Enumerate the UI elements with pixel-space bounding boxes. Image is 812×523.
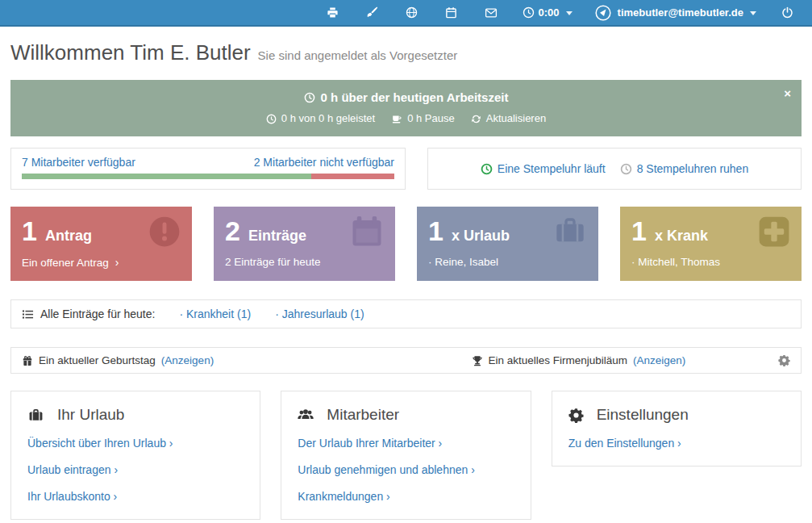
print-button[interactable] — [313, 6, 352, 19]
eintraege-count: 2 — [225, 216, 240, 245]
antrag-count: 1 — [22, 216, 37, 245]
theme-button[interactable] — [352, 6, 392, 19]
stempeluhr-idle-link[interactable]: 8 Stempeluhren ruhen — [620, 162, 749, 175]
time-tracking-menu[interactable]: 0:00 — [511, 6, 584, 19]
jubilee-label: Ein aktuelles Firmenjubiläum — [489, 354, 628, 366]
antrag-title: Antrag — [45, 228, 92, 245]
entries-link-krankheit[interactable]: · Krankheit (1) — [179, 308, 251, 320]
gift-icon — [22, 355, 33, 366]
refresh-link[interactable]: Aktualisieren — [471, 112, 546, 125]
briefcase-icon — [27, 408, 44, 423]
link-urlaub-eintragen[interactable]: Urlaub eintragen › — [27, 463, 244, 477]
entries-link-jahresurlaub[interactable]: · Jahresurlaub (1) — [275, 308, 364, 320]
worktime-banner-title-text: 0 h über der heutigen Arbeitszeit — [321, 90, 509, 105]
card-einstellungen: Einstellungen Zu den Einstellungen › — [552, 391, 802, 467]
birthday-show-link[interactable]: (Anzeigen) — [161, 354, 214, 366]
close-icon[interactable]: × — [784, 87, 791, 99]
refresh-icon — [471, 114, 481, 124]
account-menu[interactable]: timebutler@timebutler.de — [584, 5, 768, 21]
clock-icon — [523, 6, 535, 19]
printer-icon — [327, 6, 339, 19]
einstellungen-title: Einstellungen — [597, 405, 689, 425]
link-urlaub-mitarbeiter[interactable]: Der Urlaub Ihrer Mitarbeiter › — [298, 437, 514, 450]
briefcase-icon — [552, 215, 588, 247]
link-urlaubskonto[interactable]: Ihr Urlaubskonto › — [27, 490, 244, 504]
chevron-right-icon: › — [115, 256, 119, 269]
eintraege-title: Einträge — [248, 228, 306, 245]
worked-hours: 0 h von 0 h geleistet — [266, 112, 375, 125]
card-mitarbeiter: Mitarbeiter Der Urlaub Ihrer Mitarbeiter… — [281, 391, 531, 520]
availability-bar — [22, 174, 394, 179]
urlaub-person: · Reine, Isabel — [428, 256, 587, 269]
pause-cup-icon — [391, 113, 402, 124]
entries-label: Alle Einträge für heute: — [22, 308, 155, 320]
unavailable-link[interactable]: 2 Mitarbeiter nicht verfügbar — [254, 156, 394, 169]
tracked-time-value: 0:00 — [539, 6, 560, 19]
gear-icon — [568, 408, 584, 423]
urlaub-count: 1 — [428, 216, 443, 245]
ihr-urlaub-title: Ihr Urlaub — [57, 405, 124, 425]
card-antrag[interactable]: 1 Antrag Ein offener Antrag› — [10, 207, 192, 281]
link-krankmeldungen[interactable]: Krankmeldungen › — [298, 490, 514, 504]
krank-count: 1 — [631, 216, 647, 245]
messages-button[interactable] — [471, 6, 511, 19]
list-icon — [22, 308, 34, 320]
events-settings-button[interactable] — [778, 354, 790, 366]
card-ihr-urlaub: Ihr Urlaub Übersicht über Ihren Urlaub ›… — [10, 391, 260, 520]
clock-icon — [266, 114, 277, 124]
availability-bar-green — [22, 174, 311, 179]
birthday-label: Ein aktueller Geburtstag — [39, 354, 156, 366]
link-urlaub-genehmigen[interactable]: Urlaub genehmigen und ablehnen › — [298, 463, 514, 477]
antrag-link[interactable]: Ein offener Antrag› — [22, 256, 181, 270]
krank-person: · Mitchell, Thomas — [631, 256, 790, 269]
role-subtitle: Sie sind angemeldet als Vorgesetzter — [258, 48, 458, 62]
birthday-group: Ein aktueller Geburtstag (Anzeigen) — [22, 354, 472, 366]
chevron-down-icon — [566, 11, 573, 15]
worktime-banner: 0 h über der heutigen Arbeitszeit 0 h vo… — [10, 80, 802, 136]
availability-bar-red — [311, 174, 394, 179]
language-button[interactable] — [392, 6, 431, 19]
calendar-button[interactable] — [431, 6, 471, 19]
top-navbar: 0:00 timebutler@timebutler.de — [0, 0, 812, 27]
events-strip: Ein aktueller Geburtstag (Anzeigen) Ein … — [10, 347, 802, 374]
clock-idle-icon — [620, 163, 632, 175]
exclamation-circle-icon — [148, 215, 181, 249]
power-icon — [781, 6, 793, 19]
calendar-icon — [349, 215, 385, 249]
mitarbeiter-title: Mitarbeiter — [327, 405, 399, 425]
availability-panel: 7 Mitarbeiter verfügbar 2 Mitarbeiter ni… — [10, 148, 406, 190]
clock-icon — [304, 92, 315, 103]
medical-plus-icon — [757, 215, 791, 249]
page-title: Willkommen Tim E. ButlerSie sind angemel… — [10, 39, 802, 69]
available-link[interactable]: 7 Mitarbeiter verfügbar — [22, 156, 135, 169]
jubilee-show-link[interactable]: (Anzeigen) — [633, 354, 685, 366]
eintraege-subtitle: 2 Einträge für heute — [225, 256, 384, 269]
chevron-down-icon — [750, 11, 756, 15]
link-zu-einstellungen[interactable]: Zu den Einstellungen › — [568, 437, 785, 450]
pause-hours: 0 h Pause — [391, 112, 455, 125]
urlaub-title: x Urlaub — [452, 228, 510, 245]
worktime-banner-title: 0 h über der heutigen Arbeitszeit — [43, 90, 769, 105]
logout-button[interactable] — [768, 6, 807, 19]
welcome-title: Willkommen Tim E. Butler — [10, 40, 251, 65]
timebutler-logo — [595, 5, 611, 21]
paintbrush-icon — [366, 6, 378, 19]
card-eintraege[interactable]: 2 Einträge 2 Einträge für heute — [214, 207, 395, 281]
account-email: timebutler@timebutler.de — [618, 6, 743, 19]
link-urlaub-uebersicht[interactable]: Übersicht über Ihren Urlaub › — [27, 437, 244, 450]
clock-running-icon — [481, 163, 493, 175]
krank-title: x Krank — [655, 228, 708, 245]
entries-strip: Alle Einträge für heute: · Krankheit (1)… — [10, 299, 802, 328]
mail-icon — [485, 6, 498, 19]
globe-icon — [406, 6, 418, 19]
card-urlaub[interactable]: 1 x Urlaub · Reine, Isabel — [417, 207, 598, 281]
users-icon — [298, 407, 314, 423]
calendar-icon — [445, 6, 457, 19]
stempeluhr-panel: Eine Stempeluhr läuft 8 Stempeluhren ruh… — [427, 148, 802, 190]
trophy-icon — [472, 355, 483, 366]
stempeluhr-running-link[interactable]: Eine Stempeluhr läuft — [481, 162, 606, 175]
jubilee-group: Ein aktuelles Firmenjubiläum (Anzeigen) — [472, 354, 686, 366]
card-krank[interactable]: 1 x Krank · Mitchell, Thomas — [620, 207, 802, 281]
